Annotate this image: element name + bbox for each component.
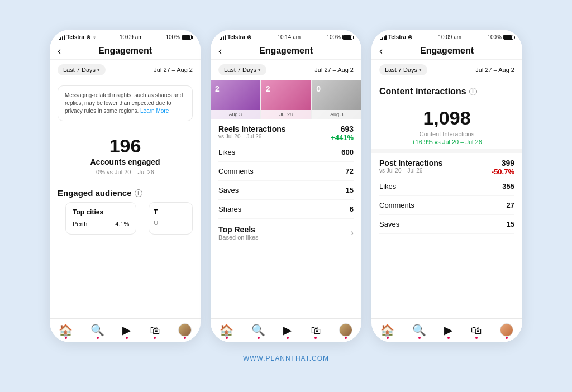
signal-bars-2 <box>220 35 226 40</box>
shop-icon-2[interactable]: 🛍 <box>310 324 321 337</box>
phone-content-3: Content interactions i 1,098 Content Int… <box>371 80 522 318</box>
metrics-list-3: Post Interactions vs Jul 20 – Jul 26 399… <box>371 153 522 234</box>
avatar-icon-1[interactable] <box>178 323 192 337</box>
home-icon-1[interactable]: 🏠 <box>59 323 73 337</box>
thumb-count-3: 0 <box>316 84 321 93</box>
battery-pct-3: 100% <box>487 34 502 40</box>
comments-value-3: 27 <box>507 201 514 209</box>
metric-row-shares: Shares 6 <box>218 200 354 219</box>
search-icon-2[interactable]: 🔍 <box>251 323 265 337</box>
chevron-right-icon: › <box>351 228 354 238</box>
shop-icon-1[interactable]: 🛍 <box>149 324 160 337</box>
time-1: 10:09 am <box>120 34 143 40</box>
likes-value-3: 355 <box>502 182 514 190</box>
thumb-count-1: 2 <box>215 84 220 93</box>
avatar-icon-3[interactable] <box>500 323 513 337</box>
reels-change: +441% <box>331 133 354 142</box>
wifi-icon-1: ⊜ <box>86 34 90 40</box>
image-strip: 2 Aug 3 2 Jul 28 0 Aug 3 <box>211 80 361 119</box>
wifi-icon-2: ⊜ <box>247 34 251 40</box>
comments-value: 72 <box>346 167 354 175</box>
status-bar-3: Telstra ⊜ 10:09 am 100% <box>371 30 522 42</box>
filter-bar-2: Last 7 Days ▾ Jul 27 – Aug 2 <box>211 60 361 80</box>
top-reels-sub: Based on likes <box>218 234 259 241</box>
content-interactions-label: Content Interactions <box>371 131 522 137</box>
likes-label: Likes <box>218 148 235 156</box>
time-3: 10:09 am <box>438 34 461 40</box>
engaged-audience-title: Engaged audience i <box>50 181 201 202</box>
reels-icon-2[interactable]: ▶ <box>283 323 292 337</box>
top-reels-row[interactable]: Top Reels Based on likes › <box>211 219 361 246</box>
carrier-signal-2: Telstra ⊜ <box>220 34 251 40</box>
battery-icon-3 <box>503 35 513 40</box>
nav-title-3: Engagement <box>420 46 474 56</box>
metric-row-likes: Likes 600 <box>218 143 354 162</box>
accounts-label: Accounts engaged <box>58 157 193 166</box>
reels-values: 693 +441% <box>331 125 354 142</box>
carrier-name-1: Telstra <box>66 34 84 40</box>
filter-label-3: Last 7 Days <box>385 66 417 73</box>
shop-icon-3[interactable]: 🛍 <box>471 324 482 337</box>
battery-pct-2: 100% <box>326 34 341 40</box>
battery-1: 100% <box>165 34 192 40</box>
reels-icon-3[interactable]: ▶ <box>444 323 452 337</box>
info-icon-audience[interactable]: i <box>135 189 142 197</box>
accounts-section: 196 Accounts engaged 0% vs Jul 20 – Jul … <box>50 127 201 181</box>
top-ages-title: T <box>154 208 188 216</box>
back-button-3[interactable]: ‹ <box>379 45 383 57</box>
filter-pill-1[interactable]: Last 7 Days ▾ <box>58 64 106 75</box>
reels-header: Reels Interactions vs Jul 20 – Jul 26 69… <box>218 119 354 143</box>
date-range-1: Jul 27 – Aug 2 <box>154 66 193 73</box>
metrics-list-2: Reels Interactions vs Jul 20 – Jul 26 69… <box>211 119 361 219</box>
image-thumb-3[interactable]: 0 Aug 3 <box>312 80 361 119</box>
image-thumb-1[interactable]: 2 Aug 3 <box>211 80 260 119</box>
search-icon-3[interactable]: 🔍 <box>412 323 426 337</box>
battery-icon-1 <box>182 35 192 40</box>
saves-label-3: Saves <box>379 220 399 228</box>
saves-value-3: 15 <box>507 220 514 228</box>
back-button-1[interactable]: ‹ <box>58 45 61 57</box>
carrier-signal-3: Telstra ⊜ <box>380 34 412 40</box>
saves-value: 15 <box>346 186 354 194</box>
phones-container: Telstra ⊜ ⁘ 10:09 am 100% ‹ Engagement L… <box>50 30 522 342</box>
carrier-name-2: Telstra <box>227 34 245 40</box>
filter-bar-1: Last 7 Days ▾ Jul 27 – Aug 2 <box>50 60 201 80</box>
search-icon-1[interactable]: 🔍 <box>90 323 104 337</box>
home-icon-3[interactable]: 🏠 <box>380 323 394 337</box>
post-interactions-header: Post Interactions vs Jul 20 – Jul 26 399… <box>379 153 514 177</box>
city-name: Perth <box>73 221 87 227</box>
nav-bar-1: ‹ Engagement <box>50 42 201 60</box>
post-values: 399 -50.7% <box>492 159 514 176</box>
reels-label-block: Reels Interactions vs Jul 20 – Jul 26 <box>218 125 286 140</box>
nav-bar-3: ‹ Engagement <box>371 42 522 60</box>
post-change: -50.7% <box>492 168 514 176</box>
reels-sub: vs Jul 20 – Jul 26 <box>218 133 286 140</box>
image-thumb-2[interactable]: 2 Jul 28 <box>261 80 311 119</box>
city-row-perth: Perth 4.1% <box>73 219 129 228</box>
status-bar-1: Telstra ⊜ ⁘ 10:09 am 100% <box>50 30 201 42</box>
post-label-block: Post Interactions vs Jul 20 – Jul 26 <box>379 159 443 174</box>
metric-row-saves: Saves 15 <box>218 181 354 200</box>
content-interactions-number: 1,098 <box>371 108 522 128</box>
info-icon-content[interactable]: i <box>469 88 477 95</box>
accounts-sub: 0% vs Jul 20 – Jul 26 <box>58 169 193 175</box>
metric-row-comments-3: Comments 27 <box>379 196 514 215</box>
avatar-icon-2[interactable] <box>339 323 352 337</box>
filter-bar-3: Last 7 Days ▾ Jul 27 – Aug 2 <box>371 60 522 80</box>
reels-icon-1[interactable]: ▶ <box>122 323 131 337</box>
home-icon-2[interactable]: 🏠 <box>220 323 233 337</box>
learn-more-link[interactable]: Learn More <box>140 108 169 114</box>
back-button-2[interactable]: ‹ <box>218 45 222 57</box>
filter-pill-3[interactable]: Last 7 Days ▾ <box>379 64 427 75</box>
post-label: Post Interactions <box>379 159 443 168</box>
metric-row-comments: Comments 72 <box>218 162 354 181</box>
phone-3: Telstra ⊜ 10:09 am 100% ‹ Engagement Las… <box>371 30 522 342</box>
battery-icon-2 <box>342 35 352 40</box>
content-interactions-change: +16.9% vs Jul 20 – Jul 26 <box>371 138 522 145</box>
reels-value: 693 <box>331 125 354 133</box>
status-bar-2: Telstra ⊜ 10:14 am 100% <box>211 30 361 42</box>
city-pct: 4.1% <box>115 221 129 227</box>
filter-pill-2[interactable]: Last 7 Days ▾ <box>218 64 266 75</box>
comments-label-3: Comments <box>379 201 414 209</box>
big-number-section: 1,098 Content Interactions +16.9% vs Jul… <box>371 102 522 149</box>
